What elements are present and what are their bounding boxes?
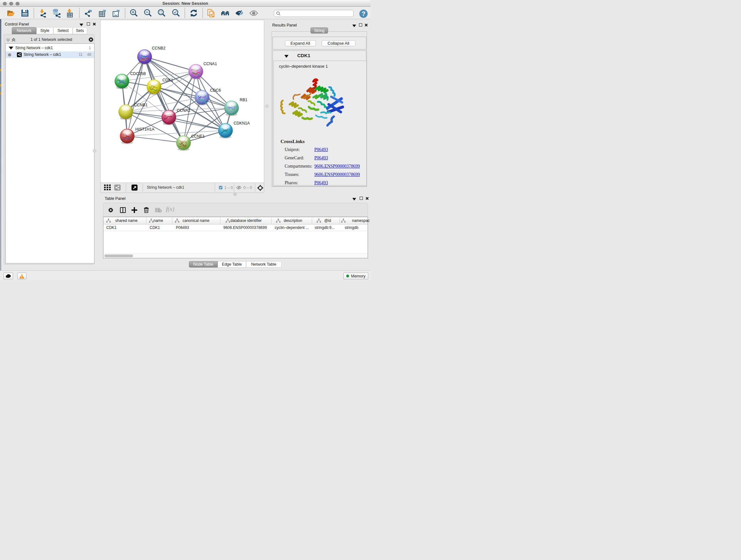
svg-text:RB1: RB1 <box>240 98 247 102</box>
svg-text:?: ? <box>361 10 365 17</box>
svg-text:CDK1: CDK1 <box>162 78 173 82</box>
svg-text:CCNA1: CCNA1 <box>204 62 217 66</box>
svg-text:CDC25B: CDC25B <box>130 71 146 76</box>
svg-text:CCNB2: CCNB2 <box>152 46 165 51</box>
svg-text:CCNB1: CCNB1 <box>134 103 147 107</box>
svg-text:CCNE1: CCNE1 <box>191 134 205 138</box>
svg-text:HIST1H1A: HIST1H1A <box>135 127 154 132</box>
svg-text:CDKN1A: CDKN1A <box>233 121 250 125</box>
svg-text:CCNA2: CCNA2 <box>177 108 190 113</box>
svg-text:CDC6: CDC6 <box>210 88 221 92</box>
